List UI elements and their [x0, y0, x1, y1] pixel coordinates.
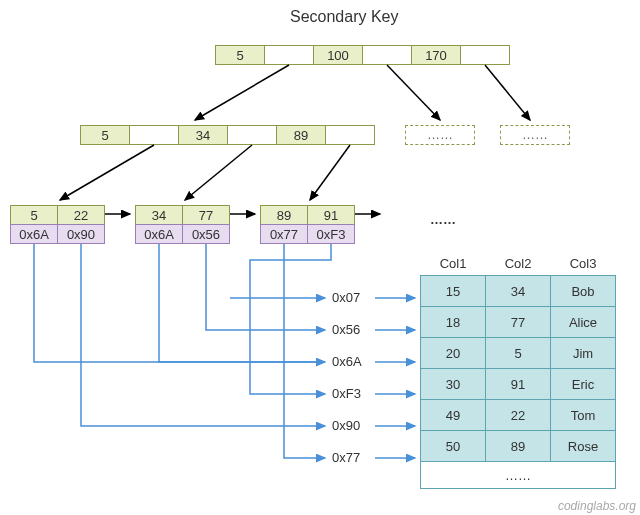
leaf3-key-1: 91 — [307, 205, 355, 225]
data-table: Col1 Col2 Col3 1534Bob 1877Alice 205Jim … — [420, 252, 616, 489]
leaf2-addr-0: 0x6A — [135, 224, 183, 244]
mid-key-1: 34 — [178, 125, 228, 145]
leaf1-key-0: 5 — [10, 205, 58, 225]
table-header: Col1 — [421, 252, 486, 276]
table-cell: Bob — [551, 276, 616, 307]
leaf3-key-0: 89 — [260, 205, 308, 225]
leaf3-addr-0: 0x77 — [260, 224, 308, 244]
table-row-bottom: …… — [421, 462, 616, 489]
svg-line-0 — [195, 65, 289, 120]
table-cell: 18 — [421, 307, 486, 338]
table-cell: 20 — [421, 338, 486, 369]
table-row: 5089Rose — [421, 431, 616, 462]
svg-line-1 — [387, 65, 440, 120]
table-cell: 5 — [486, 338, 551, 369]
table-cell: 30 — [421, 369, 486, 400]
table-cell: Tom — [551, 400, 616, 431]
table-cell: Jim — [551, 338, 616, 369]
leaf3-addr-1: 0xF3 — [307, 224, 355, 244]
table-cell: Alice — [551, 307, 616, 338]
ptr-label-3: 0xF3 — [332, 386, 361, 401]
root-ptr-0 — [264, 45, 314, 65]
svg-line-5 — [310, 145, 350, 200]
table-header: Col2 — [486, 252, 551, 276]
table-cell: 22 — [486, 400, 551, 431]
table-cell: 50 — [421, 431, 486, 462]
table-row: 4922Tom — [421, 400, 616, 431]
mid-ptr-0 — [129, 125, 179, 145]
mid-ptr-1 — [227, 125, 277, 145]
root-key-0: 5 — [215, 45, 265, 65]
ptr-label-1: 0x56 — [332, 322, 360, 337]
table-cell: 34 — [486, 276, 551, 307]
table-row: 1534Bob — [421, 276, 616, 307]
svg-line-2 — [485, 65, 530, 120]
mid-key-0: 5 — [80, 125, 130, 145]
svg-line-4 — [185, 145, 252, 200]
root-key-2: 170 — [411, 45, 461, 65]
table-row: 205Jim — [421, 338, 616, 369]
diagram-title: Secondary Key — [290, 8, 399, 26]
mid-ellipsis-2: …… — [500, 125, 570, 145]
ptr-label-0: 0x07 — [332, 290, 360, 305]
table-cell: Eric — [551, 369, 616, 400]
ptr-label-5: 0x77 — [332, 450, 360, 465]
root-ptr-1 — [362, 45, 412, 65]
mid-ptr-2 — [325, 125, 375, 145]
root-key-1: 100 — [313, 45, 363, 65]
leaf2-key-0: 34 — [135, 205, 183, 225]
table-cell: 91 — [486, 369, 551, 400]
table-row: 1877Alice — [421, 307, 616, 338]
leaf2-key-1: 77 — [182, 205, 230, 225]
mid-key-2: 89 — [276, 125, 326, 145]
leaf1-addr-0: 0x6A — [10, 224, 58, 244]
mid-ellipsis-1: …… — [405, 125, 475, 145]
table-header-row: Col1 Col2 Col3 — [421, 252, 616, 276]
leaf-ellipsis: …… — [430, 212, 456, 227]
leaf2-addr-1: 0x56 — [182, 224, 230, 244]
svg-line-3 — [60, 145, 154, 200]
table-cell: 77 — [486, 307, 551, 338]
table-cell: Rose — [551, 431, 616, 462]
table-cell: 89 — [486, 431, 551, 462]
leaf1-key-1: 22 — [57, 205, 105, 225]
watermark: codinglabs.org — [558, 499, 636, 513]
table-row: 3091Eric — [421, 369, 616, 400]
ptr-label-2: 0x6A — [332, 354, 362, 369]
root-ptr-2 — [460, 45, 510, 65]
table-cell-ellipsis: …… — [421, 462, 616, 489]
leaf1-addr-1: 0x90 — [57, 224, 105, 244]
ptr-label-4: 0x90 — [332, 418, 360, 433]
table-cell: 15 — [421, 276, 486, 307]
table-cell: 49 — [421, 400, 486, 431]
table-header: Col3 — [551, 252, 616, 276]
